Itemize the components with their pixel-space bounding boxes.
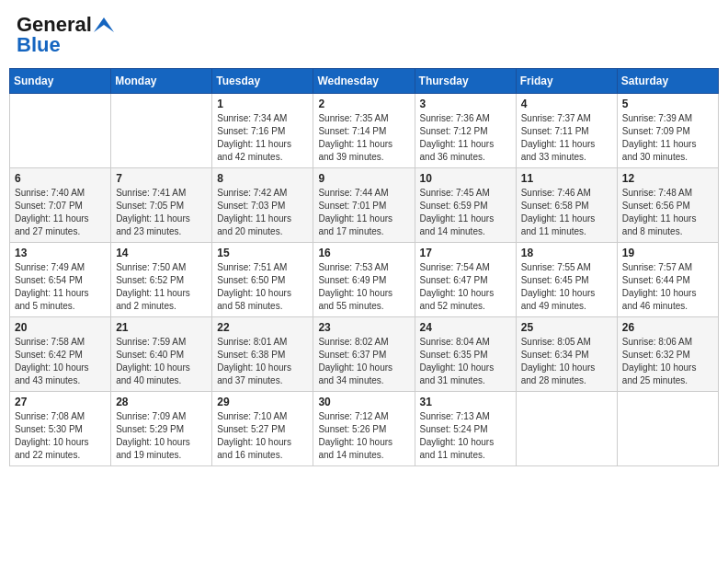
calendar-cell: 2Sunrise: 7:35 AM Sunset: 7:14 PM Daylig…	[313, 94, 415, 168]
weekday-header-monday: Monday	[111, 69, 212, 94]
calendar-cell: 15Sunrise: 7:51 AM Sunset: 6:50 PM Dayli…	[212, 243, 313, 317]
calendar-cell	[617, 392, 718, 466]
page-header: General Blue	[9, 9, 719, 61]
calendar-cell: 28Sunrise: 7:09 AM Sunset: 5:29 PM Dayli…	[111, 392, 212, 466]
day-number: 7	[116, 172, 207, 185]
calendar-cell: 6Sunrise: 7:40 AM Sunset: 7:07 PM Daylig…	[10, 168, 111, 243]
day-number: 5	[622, 98, 713, 110]
day-number: 1	[217, 98, 308, 110]
day-info: Sunrise: 7:37 AM Sunset: 7:11 PM Dayligh…	[521, 112, 612, 164]
day-info: Sunrise: 7:08 AM Sunset: 5:30 PM Dayligh…	[15, 410, 106, 462]
day-number: 30	[318, 396, 409, 408]
weekday-header-wednesday: Wednesday	[313, 69, 415, 94]
weekday-header-tuesday: Tuesday	[212, 69, 313, 94]
calendar-header-row: SundayMondayTuesdayWednesdayThursdayFrid…	[10, 69, 719, 94]
calendar-week-row: 13Sunrise: 7:49 AM Sunset: 6:54 PM Dayli…	[10, 243, 719, 317]
day-info: Sunrise: 7:54 AM Sunset: 6:47 PM Dayligh…	[420, 261, 511, 313]
calendar-week-row: 20Sunrise: 7:58 AM Sunset: 6:42 PM Dayli…	[10, 317, 719, 392]
day-info: Sunrise: 8:04 AM Sunset: 6:35 PM Dayligh…	[420, 336, 511, 387]
day-info: Sunrise: 7:36 AM Sunset: 7:12 PM Dayligh…	[420, 112, 511, 164]
day-info: Sunrise: 8:02 AM Sunset: 6:37 PM Dayligh…	[318, 336, 409, 387]
day-info: Sunrise: 8:06 AM Sunset: 6:32 PM Dayligh…	[622, 336, 713, 387]
calendar-cell: 7Sunrise: 7:41 AM Sunset: 7:05 PM Daylig…	[111, 168, 212, 243]
day-number: 12	[622, 172, 713, 185]
calendar-cell: 30Sunrise: 7:12 AM Sunset: 5:26 PM Dayli…	[313, 392, 415, 466]
day-info: Sunrise: 7:55 AM Sunset: 6:45 PM Dayligh…	[521, 261, 612, 313]
day-info: Sunrise: 8:05 AM Sunset: 6:34 PM Dayligh…	[521, 336, 612, 387]
day-info: Sunrise: 7:59 AM Sunset: 6:40 PM Dayligh…	[116, 336, 207, 387]
day-info: Sunrise: 7:12 AM Sunset: 5:26 PM Dayligh…	[318, 410, 409, 462]
day-info: Sunrise: 7:53 AM Sunset: 6:49 PM Dayligh…	[318, 261, 409, 313]
calendar-cell: 12Sunrise: 7:48 AM Sunset: 6:56 PM Dayli…	[617, 168, 718, 243]
calendar-cell: 1Sunrise: 7:34 AM Sunset: 7:16 PM Daylig…	[212, 94, 313, 168]
day-info: Sunrise: 7:13 AM Sunset: 5:24 PM Dayligh…	[420, 410, 511, 462]
calendar-cell: 22Sunrise: 8:01 AM Sunset: 6:38 PM Dayli…	[212, 317, 313, 392]
day-info: Sunrise: 7:46 AM Sunset: 6:58 PM Dayligh…	[521, 187, 612, 238]
day-number: 18	[521, 247, 612, 259]
day-number: 17	[420, 247, 511, 259]
calendar-cell: 11Sunrise: 7:46 AM Sunset: 6:58 PM Dayli…	[516, 168, 617, 243]
day-number: 20	[15, 321, 106, 334]
calendar-week-row: 1Sunrise: 7:34 AM Sunset: 7:16 PM Daylig…	[10, 94, 719, 168]
calendar-cell	[111, 94, 212, 168]
day-number: 3	[420, 98, 511, 110]
day-number: 25	[521, 321, 612, 334]
day-info: Sunrise: 7:10 AM Sunset: 5:27 PM Dayligh…	[217, 410, 308, 462]
day-info: Sunrise: 7:09 AM Sunset: 5:29 PM Dayligh…	[116, 410, 207, 462]
day-number: 10	[420, 172, 511, 185]
day-info: Sunrise: 7:58 AM Sunset: 6:42 PM Dayligh…	[15, 336, 106, 387]
logo-bird-icon	[94, 17, 114, 32]
weekday-header-sunday: Sunday	[10, 69, 111, 94]
day-info: Sunrise: 7:34 AM Sunset: 7:16 PM Dayligh…	[217, 112, 308, 164]
day-info: Sunrise: 7:57 AM Sunset: 6:44 PM Dayligh…	[622, 261, 713, 313]
calendar-cell: 31Sunrise: 7:13 AM Sunset: 5:24 PM Dayli…	[415, 392, 516, 466]
calendar-week-row: 27Sunrise: 7:08 AM Sunset: 5:30 PM Dayli…	[10, 392, 719, 466]
calendar-cell: 13Sunrise: 7:49 AM Sunset: 6:54 PM Dayli…	[10, 243, 111, 317]
day-number: 26	[622, 321, 713, 334]
day-number: 19	[622, 247, 713, 259]
day-number: 2	[318, 98, 409, 110]
day-number: 27	[15, 396, 106, 408]
calendar-cell: 4Sunrise: 7:37 AM Sunset: 7:11 PM Daylig…	[516, 94, 617, 168]
day-info: Sunrise: 8:01 AM Sunset: 6:38 PM Dayligh…	[217, 336, 308, 387]
calendar-table: SundayMondayTuesdayWednesdayThursdayFrid…	[9, 68, 719, 466]
calendar-cell: 18Sunrise: 7:55 AM Sunset: 6:45 PM Dayli…	[516, 243, 617, 317]
day-info: Sunrise: 7:45 AM Sunset: 6:59 PM Dayligh…	[420, 187, 511, 238]
day-number: 6	[15, 172, 106, 185]
day-info: Sunrise: 7:51 AM Sunset: 6:50 PM Dayligh…	[217, 261, 308, 313]
calendar-cell: 14Sunrise: 7:50 AM Sunset: 6:52 PM Dayli…	[111, 243, 212, 317]
calendar-cell: 25Sunrise: 8:05 AM Sunset: 6:34 PM Dayli…	[516, 317, 617, 392]
weekday-header-friday: Friday	[516, 69, 617, 94]
calendar-cell: 17Sunrise: 7:54 AM Sunset: 6:47 PM Dayli…	[415, 243, 516, 317]
day-number: 14	[116, 247, 207, 259]
calendar-cell: 10Sunrise: 7:45 AM Sunset: 6:59 PM Dayli…	[415, 168, 516, 243]
calendar-cell	[516, 392, 617, 466]
day-info: Sunrise: 7:50 AM Sunset: 6:52 PM Dayligh…	[116, 261, 207, 313]
logo: General Blue	[17, 13, 114, 57]
calendar-cell	[10, 94, 111, 168]
svg-marker-0	[94, 17, 114, 32]
day-info: Sunrise: 7:42 AM Sunset: 7:03 PM Dayligh…	[217, 187, 308, 238]
calendar-cell: 20Sunrise: 7:58 AM Sunset: 6:42 PM Dayli…	[10, 317, 111, 392]
day-number: 22	[217, 321, 308, 334]
day-number: 16	[318, 247, 409, 259]
calendar-cell: 27Sunrise: 7:08 AM Sunset: 5:30 PM Dayli…	[10, 392, 111, 466]
day-number: 13	[15, 247, 106, 259]
calendar-cell: 5Sunrise: 7:39 AM Sunset: 7:09 PM Daylig…	[617, 94, 718, 168]
day-info: Sunrise: 7:48 AM Sunset: 6:56 PM Dayligh…	[622, 187, 713, 238]
day-number: 23	[318, 321, 409, 334]
day-info: Sunrise: 7:39 AM Sunset: 7:09 PM Dayligh…	[622, 112, 713, 164]
day-info: Sunrise: 7:41 AM Sunset: 7:05 PM Dayligh…	[116, 187, 207, 238]
day-number: 28	[116, 396, 207, 408]
day-info: Sunrise: 7:35 AM Sunset: 7:14 PM Dayligh…	[318, 112, 409, 164]
day-number: 11	[521, 172, 612, 185]
calendar-cell: 3Sunrise: 7:36 AM Sunset: 7:12 PM Daylig…	[415, 94, 516, 168]
calendar-cell: 26Sunrise: 8:06 AM Sunset: 6:32 PM Dayli…	[617, 317, 718, 392]
day-number: 15	[217, 247, 308, 259]
calendar-week-row: 6Sunrise: 7:40 AM Sunset: 7:07 PM Daylig…	[10, 168, 719, 243]
day-info: Sunrise: 7:49 AM Sunset: 6:54 PM Dayligh…	[15, 261, 106, 313]
day-number: 4	[521, 98, 612, 110]
weekday-header-thursday: Thursday	[415, 69, 516, 94]
day-number: 21	[116, 321, 207, 334]
day-number: 9	[318, 172, 409, 185]
